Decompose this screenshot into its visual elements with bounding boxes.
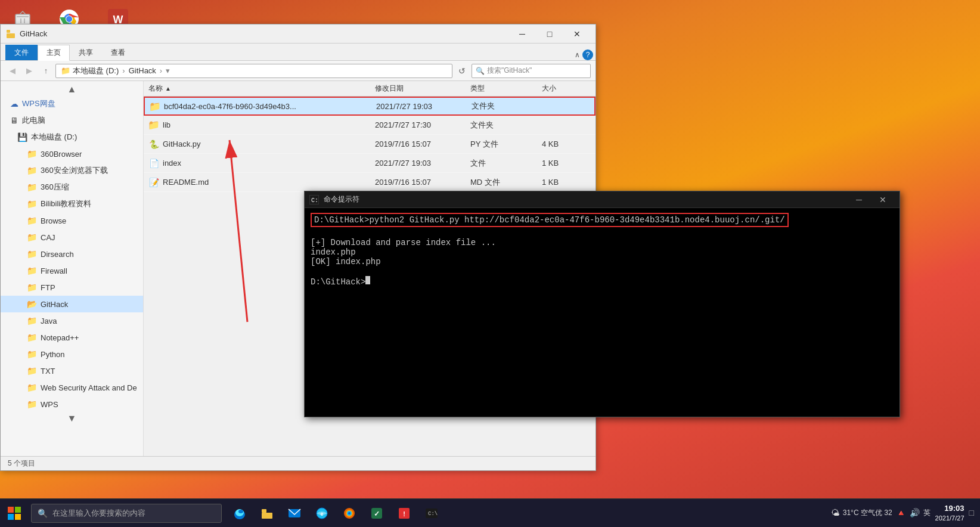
- cmd-minimize-button[interactable]: ─: [847, 191, 871, 208]
- svg-text:✓: ✓: [374, 510, 380, 518]
- file-row-3[interactable]: 📄 index 2021/7/27 19:03 文件 1 KB: [144, 154, 596, 173]
- sidebar-label-ftp: FTP: [41, 283, 55, 292]
- file-cell-name-2: 🐍 GitHack.py: [144, 139, 370, 150]
- cmd-command-text: D:\GitHack>python2 GitHack.py http://bcf…: [314, 215, 785, 225]
- close-button[interactable]: ✕: [563, 24, 591, 44]
- clock-time: 19:03: [935, 503, 965, 514]
- taskbar-app-misc1[interactable]: ✓: [364, 500, 390, 526]
- sidebar-item-firewall[interactable]: 📁 Firewall: [1, 262, 143, 279]
- cmd-window: C: 命令提示符 ─ ✕ D:\GitHack>python2 GitHack.…: [304, 191, 900, 417]
- file-cell-name-0: 📁 bcf04da2-ec0a-47f6-b960-3d49e4b3...: [145, 101, 371, 111]
- refresh-button[interactable]: ↺: [455, 64, 469, 78]
- file-cell-type-2: PY 文件: [466, 139, 537, 150]
- taskbar-app-terminal[interactable]: C:\: [418, 500, 445, 526]
- file-cell-date-4: 2019/7/16 15:07: [370, 178, 466, 187]
- file-name-4: README.md: [163, 178, 209, 187]
- sidebar-item-wps-cloud[interactable]: ☁ WPS网盘: [1, 95, 143, 112]
- cmd-body: D:\GitHack>python2 GitHack.py http://bcf…: [305, 208, 900, 417]
- taskbar-clock[interactable]: 19:03 2021/7/27: [935, 503, 965, 523]
- tab-home[interactable]: 主页: [38, 45, 70, 61]
- taskbar-app-ie[interactable]: e: [309, 500, 335, 526]
- sidebar-item-caj[interactable]: 📁 CAJ: [1, 229, 143, 246]
- address-path[interactable]: 📁 本地磁盘 (D:) › GitHack › ▾: [55, 64, 452, 78]
- taskbar-app-edge[interactable]: [227, 500, 253, 526]
- network-icon[interactable]: 🔺: [896, 508, 906, 517]
- col-header-size[interactable]: 大小: [537, 83, 596, 94]
- taskbar-app-security[interactable]: !: [391, 500, 417, 526]
- wps-cloud-icon: ☁: [10, 99, 18, 108]
- file-cell-size-3: 1 KB: [537, 159, 596, 168]
- sidebar-item-computer[interactable]: 🖥 此电脑: [1, 112, 143, 129]
- py-icon-2: 🐍: [148, 139, 159, 150]
- file-row-1[interactable]: 📁 lib 2021/7/27 17:30 文件夹: [144, 116, 596, 135]
- sidebar-item-txt[interactable]: 📁 TXT: [1, 362, 143, 379]
- sidebar-item-notepadpp[interactable]: 📁 Notepad++: [1, 329, 143, 346]
- sidebar-item-dirsearch[interactable]: 📁 Dirsearch: [1, 246, 143, 262]
- col-header-type[interactable]: 类型: [466, 83, 537, 94]
- addr-separator-2: ›: [160, 66, 162, 75]
- sidebar-item-browse[interactable]: 📁 Browse: [1, 212, 143, 229]
- file-name-3: index: [163, 159, 181, 168]
- back-button[interactable]: ◀: [5, 64, 20, 78]
- speaker-icon[interactable]: 🔊: [910, 508, 920, 517]
- sidebar-item-360zip[interactable]: 📁 360压缩: [1, 179, 143, 196]
- notification-icon[interactable]: □: [969, 508, 974, 517]
- cmd-close-button[interactable]: ✕: [871, 191, 895, 208]
- sidebar-label-wps: WPS: [41, 400, 58, 409]
- tab-share[interactable]: 共享: [70, 45, 102, 60]
- svg-point-28: [348, 512, 351, 514]
- sort-icon: ▲: [165, 85, 171, 92]
- folder-icon: 📁: [27, 166, 37, 175]
- sidebar-item-wps[interactable]: 📁 WPS: [1, 396, 143, 413]
- sidebar-label-360browser: 360Browser: [41, 150, 82, 159]
- minimize-button[interactable]: ─: [508, 24, 536, 44]
- taskbar-app-firefox[interactable]: [336, 500, 362, 526]
- sidebar-scroll-up[interactable]: ▲: [1, 83, 143, 95]
- sidebar-item-githack[interactable]: 📂 GitHack: [1, 296, 143, 312]
- taskbar-search[interactable]: 🔍 在这里输入你要搜索的内容: [31, 504, 222, 523]
- folder-icon-0: 📁: [150, 101, 160, 111]
- sidebar-item-websecurity[interactable]: 📁 Web Security Attack and De: [1, 379, 143, 396]
- start-button[interactable]: [0, 499, 29, 528]
- up-button[interactable]: ↑: [39, 64, 53, 78]
- tab-view[interactable]: 查看: [102, 45, 134, 60]
- search-box[interactable]: 🔍 搜索"GitHack": [472, 64, 591, 78]
- sidebar-item-360browser[interactable]: 📁 360Browser: [1, 145, 143, 162]
- addr-dropdown-icon[interactable]: ▾: [166, 66, 170, 75]
- col-type-label: 类型: [470, 83, 485, 94]
- file-row-4[interactable]: 📝 README.md 2019/7/16 15:07 MD 文件 1 KB: [144, 173, 596, 192]
- addr-part-githack: GitHack: [129, 66, 156, 75]
- file-name-0: bcf04da2-ec0a-47f6-b960-3d49e4b3...: [164, 102, 296, 111]
- col-header-date[interactable]: 修改日期: [370, 83, 466, 94]
- file-row-0[interactable]: 📁 bcf04da2-ec0a-47f6-b960-3d49e4b3... 20…: [144, 97, 596, 116]
- file-cell-name-1: 📁 lib: [144, 120, 370, 131]
- svg-text:C:\: C:\: [428, 511, 438, 517]
- folder-icon-1: 📁: [148, 120, 159, 131]
- weather-text: 31°C 空气优 32: [843, 508, 892, 518]
- folder-icon: 📁: [27, 249, 37, 259]
- sidebar-item-python[interactable]: 📁 Python: [1, 346, 143, 362]
- explorer-title-icon: [5, 29, 16, 39]
- sidebar-item-ftp[interactable]: 📁 FTP: [1, 279, 143, 296]
- file-cell-size-2: 4 KB: [537, 140, 596, 148]
- sidebar-item-360safe[interactable]: 📁 360安全浏览器下载: [1, 162, 143, 179]
- sidebar-item-disk-d[interactable]: 💾 本地磁盘 (D:): [1, 129, 143, 145]
- sidebar-label-notepadpp: Notepad++: [41, 333, 79, 342]
- sidebar-item-java[interactable]: 📁 Java: [1, 312, 143, 329]
- status-text: 5 个项目: [8, 458, 35, 469]
- cmd-titlebar: C: 命令提示符 ─ ✕: [305, 191, 900, 208]
- file-icon-3: 📄: [148, 158, 159, 169]
- disk-icon: 💾: [17, 132, 27, 142]
- col-header-name[interactable]: 名称 ▲: [144, 83, 370, 94]
- tab-file[interactable]: 文件: [5, 45, 38, 60]
- taskbar-app-explorer[interactable]: [254, 500, 280, 526]
- maximize-button[interactable]: □: [536, 24, 563, 44]
- taskbar-app-mail[interactable]: [281, 500, 308, 526]
- forward-button[interactable]: ▶: [22, 64, 36, 78]
- ribbon-help-icon[interactable]: ?: [582, 49, 593, 60]
- folder-icon: 📁: [27, 366, 37, 376]
- sidebar-item-bilibili[interactable]: 📁 Bilibili教程资料: [1, 196, 143, 212]
- ribbon-collapse-icon[interactable]: ∧: [575, 51, 580, 59]
- sidebar-scroll-down[interactable]: ▼: [1, 413, 143, 424]
- file-row-2[interactable]: 🐍 GitHack.py 2019/7/16 15:07 PY 文件 4 KB: [144, 135, 596, 154]
